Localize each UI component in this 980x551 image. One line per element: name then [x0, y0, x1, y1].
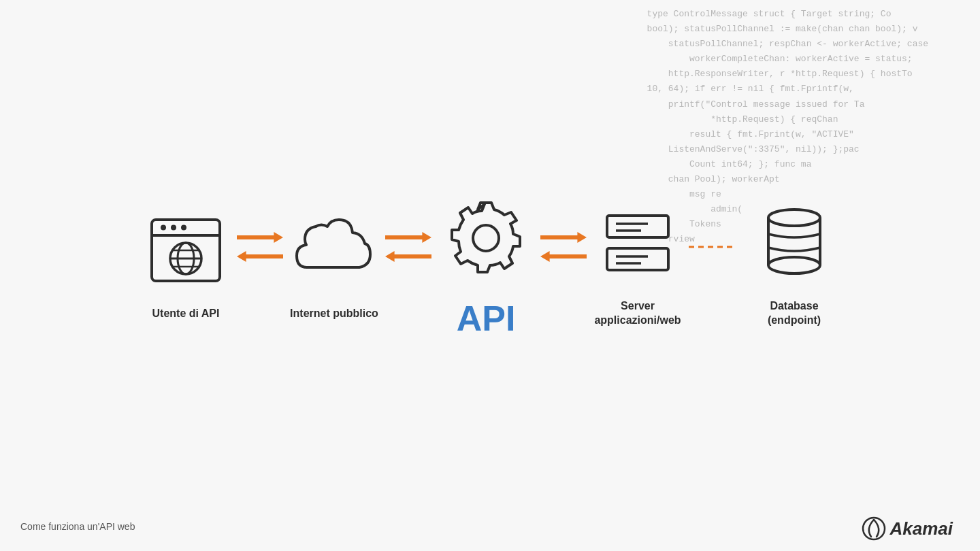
internet-label: Internet pubblico [290, 307, 378, 321]
node-utente: Utente di API [142, 206, 230, 321]
gear-icon [438, 190, 534, 286]
arrow-left-1 [237, 250, 283, 263]
arrow-left-2 [385, 250, 431, 263]
svg-rect-14 [607, 248, 668, 270]
api-text-label: API [457, 301, 516, 336]
akamai-logo-text: Akamai [890, 518, 953, 539]
node-api: API [438, 190, 534, 336]
akamai-logo-icon [862, 516, 886, 541]
node-internet: Internet pubblico [290, 206, 378, 321]
arrow-server-db [682, 240, 750, 254]
database-icon [750, 199, 838, 287]
svg-point-10 [473, 225, 499, 251]
node-server: Server applicazioni/web [593, 199, 682, 328]
arrow-right-2 [385, 231, 431, 244]
arrow-api-server [534, 231, 593, 263]
akamai-logo: Akamai [862, 516, 953, 541]
browser-icon [142, 206, 230, 295]
svg-point-2 [161, 224, 166, 230]
database-label: Database (endpoint) [768, 299, 821, 328]
arrow-right-3 [540, 231, 587, 244]
arrow-utente-internet [230, 231, 290, 263]
svg-point-3 [171, 224, 176, 230]
svg-point-21 [768, 257, 820, 273]
svg-rect-11 [607, 216, 668, 237]
node-database: Database (endpoint) [750, 199, 838, 328]
server-label: Server applicazioni/web [594, 299, 681, 328]
footer-caption: Come funziona un'API web [20, 521, 135, 532]
server-icon [593, 199, 682, 287]
svg-point-4 [181, 224, 186, 230]
diagram-container: Utente di API Internet pubblico [0, 190, 980, 336]
svg-point-18 [768, 210, 820, 226]
cloud-icon [290, 206, 378, 295]
arrow-right-1 [237, 231, 283, 244]
arrow-internet-api [378, 231, 438, 263]
utente-label: Utente di API [152, 307, 220, 321]
arrow-left-3 [540, 250, 587, 263]
arrow-dash-line [689, 240, 743, 254]
